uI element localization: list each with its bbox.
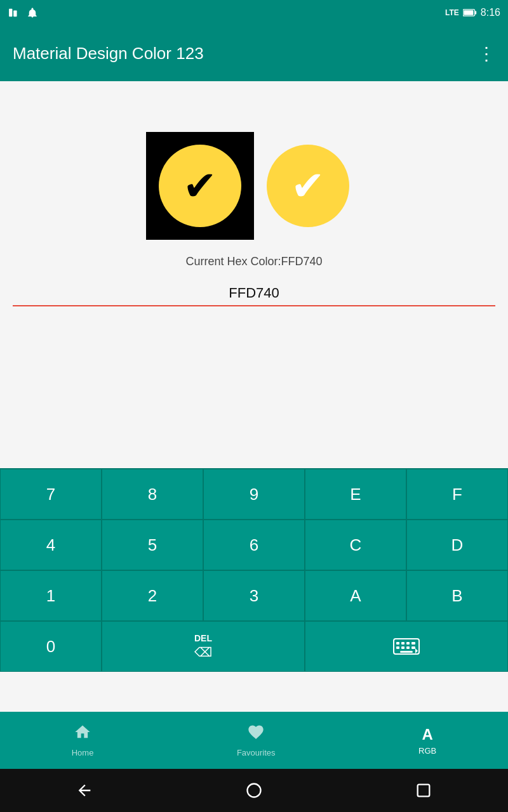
main-content: ✔ ✔ Current Hex Color:FFD740 bbox=[0, 81, 508, 319]
bottom-nav: Home Favourites A RGB bbox=[0, 712, 508, 769]
key-9[interactable]: 9 bbox=[203, 469, 305, 520]
color-preview-container: ✔ ✔ bbox=[146, 132, 362, 240]
preview-light-bg: ✔ bbox=[254, 132, 362, 240]
nav-home[interactable]: Home bbox=[72, 723, 94, 757]
preview-dark-bg: ✔ bbox=[146, 132, 254, 240]
app-title: Material Design Color 123 bbox=[13, 44, 204, 63]
nav-rgb[interactable]: A RGB bbox=[418, 726, 436, 756]
svg-rect-0 bbox=[9, 9, 12, 16]
more-options-button[interactable]: ⋮ bbox=[478, 43, 495, 64]
key-8[interactable]: 8 bbox=[102, 469, 203, 520]
wifi-icon bbox=[8, 8, 22, 18]
color-circle-light: ✔ bbox=[267, 145, 349, 227]
keyboard-icon bbox=[392, 638, 420, 655]
key-D[interactable]: D bbox=[406, 520, 508, 570]
system-nav bbox=[0, 769, 508, 812]
lte-icon: LTE bbox=[445, 8, 459, 17]
key-F[interactable]: F bbox=[406, 469, 508, 520]
status-bar-left bbox=[8, 7, 38, 18]
rgb-icon: A bbox=[422, 726, 432, 743]
home-button[interactable] bbox=[240, 776, 268, 804]
svg-rect-10 bbox=[396, 646, 399, 649]
key-E[interactable]: E bbox=[305, 469, 406, 520]
svg-rect-9 bbox=[411, 642, 415, 645]
key-C[interactable]: C bbox=[305, 520, 406, 570]
key-B[interactable]: B bbox=[406, 570, 508, 621]
battery-icon bbox=[463, 8, 477, 17]
svg-rect-7 bbox=[401, 642, 404, 645]
key-A[interactable]: A bbox=[305, 570, 406, 621]
checkmark-dark-icon: ✔ bbox=[183, 166, 217, 206]
favourites-icon bbox=[247, 723, 265, 745]
svg-rect-6 bbox=[396, 642, 399, 645]
key-3[interactable]: 3 bbox=[203, 570, 305, 621]
key-5[interactable]: 5 bbox=[102, 520, 203, 570]
key-4[interactable]: 4 bbox=[0, 520, 102, 570]
hex-input[interactable] bbox=[13, 281, 495, 306]
home-icon bbox=[74, 723, 91, 745]
status-bar: LTE 8:16 bbox=[0, 0, 508, 25]
key-keyboard[interactable] bbox=[305, 621, 508, 672]
current-hex-label: Current Hex Color:FFD740 bbox=[185, 255, 322, 268]
color-circle-dark: ✔ bbox=[159, 145, 241, 227]
svg-rect-13 bbox=[411, 646, 415, 649]
nav-rgb-label: RGB bbox=[418, 746, 436, 756]
key-delete[interactable]: DEL ⌫ bbox=[102, 621, 305, 672]
hex-input-wrapper bbox=[13, 281, 495, 306]
key-2[interactable]: 2 bbox=[102, 570, 203, 621]
status-bar-right: LTE 8:16 bbox=[445, 7, 500, 18]
svg-rect-12 bbox=[406, 646, 410, 649]
app-bar: Material Design Color 123 ⋮ bbox=[0, 25, 508, 81]
key-1[interactable]: 1 bbox=[0, 570, 102, 621]
svg-marker-15 bbox=[415, 648, 418, 653]
del-icon: ⌫ bbox=[194, 645, 212, 660]
nav-home-label: Home bbox=[72, 748, 94, 757]
notification-icon bbox=[27, 7, 38, 18]
svg-rect-1 bbox=[13, 10, 17, 16]
svg-rect-4 bbox=[464, 10, 473, 15]
key-7[interactable]: 7 bbox=[0, 469, 102, 520]
svg-rect-8 bbox=[406, 642, 410, 645]
recents-button[interactable] bbox=[410, 776, 438, 804]
svg-point-16 bbox=[247, 784, 260, 797]
key-6[interactable]: 6 bbox=[203, 520, 305, 570]
del-text-label: DEL bbox=[194, 633, 212, 643]
nav-favourites[interactable]: Favourites bbox=[237, 723, 276, 757]
svg-rect-14 bbox=[400, 651, 413, 653]
svg-rect-17 bbox=[417, 785, 429, 797]
back-button[interactable] bbox=[70, 776, 98, 804]
svg-rect-3 bbox=[474, 11, 476, 14]
key-0[interactable]: 0 bbox=[0, 621, 102, 672]
checkmark-light-icon: ✔ bbox=[291, 166, 325, 206]
svg-rect-11 bbox=[401, 646, 404, 649]
nav-favourites-label: Favourites bbox=[237, 748, 276, 757]
hex-keyboard: 7 8 9 E F 4 5 6 C D 1 2 3 A B 0 DEL ⌫ bbox=[0, 468, 508, 672]
time-display: 8:16 bbox=[481, 7, 500, 18]
